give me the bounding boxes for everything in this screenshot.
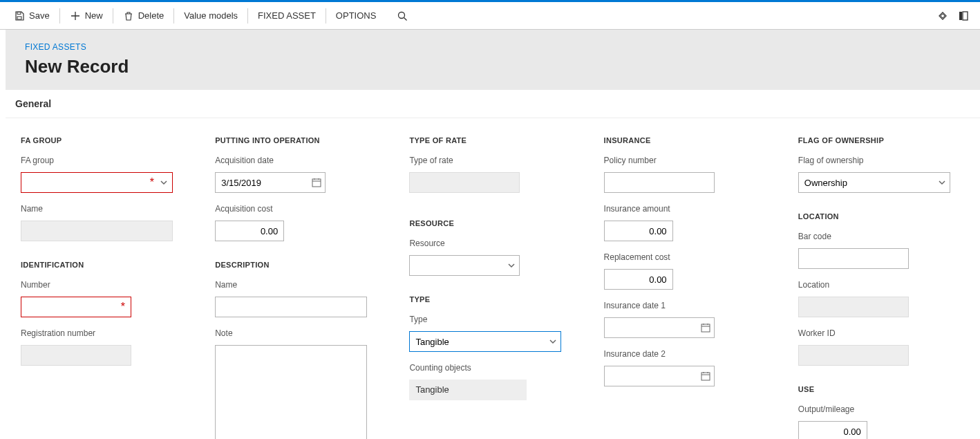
registration-number-field xyxy=(21,345,131,366)
label-counting-objects: Counting objects xyxy=(409,363,576,373)
section-location: LOCATION xyxy=(798,212,965,221)
label-flag-of-ownership: Flag of ownership xyxy=(798,156,965,165)
fa-name-field xyxy=(21,221,173,241)
label-fa-group: FA group xyxy=(21,156,187,165)
new-button[interactable]: New xyxy=(63,2,110,29)
note-textarea[interactable] xyxy=(215,345,367,439)
label-output-mileage: Output/mileage xyxy=(798,404,965,414)
insurance-date-2-field[interactable] xyxy=(604,366,715,386)
page-title: New Record xyxy=(25,56,961,77)
label-location: Location xyxy=(798,280,965,290)
worker-id-field xyxy=(798,345,909,366)
column-2: PUTTING INTO OPERATION Acquisition date … xyxy=(215,133,381,439)
policy-number-input[interactable] xyxy=(604,172,715,193)
column-3: TYPE OF RATE Type of rate RESOURCE Resou… xyxy=(409,133,576,400)
section-identification: IDENTIFICATION xyxy=(21,261,187,269)
location-field xyxy=(798,297,909,317)
label-type-of-rate: Type of rate xyxy=(409,156,576,165)
action-pane: Save New Delete Value models FIXED ASSET… xyxy=(0,2,980,30)
column-4: INSURANCE Policy number Insurance amount… xyxy=(604,133,771,386)
section-type: TYPE xyxy=(409,295,576,303)
value-models-button[interactable]: Value models xyxy=(177,2,245,29)
resource-input[interactable] xyxy=(409,255,520,276)
insurance-date-1-input[interactable] xyxy=(604,317,715,338)
general-fasttab-header[interactable]: General xyxy=(6,90,980,118)
bar-code-input[interactable] xyxy=(798,248,909,269)
resource-combo[interactable] xyxy=(409,255,520,276)
delete-button[interactable]: Delete xyxy=(116,2,171,29)
search-button[interactable] xyxy=(390,2,415,29)
content-area: FIXED ASSETS New Record General FA GROUP… xyxy=(6,30,980,439)
label-fa-name: Name xyxy=(21,204,187,214)
acquisition-date-input[interactable] xyxy=(215,172,326,193)
label-resource: Resource xyxy=(409,239,576,248)
options-tab[interactable]: OPTIONS xyxy=(329,2,384,29)
label-policy-number: Policy number xyxy=(604,156,771,165)
label-worker-id: Worker ID xyxy=(798,328,965,338)
save-icon xyxy=(14,10,25,21)
type-of-rate-field xyxy=(409,172,520,193)
attach-icon[interactable] xyxy=(937,10,948,21)
office-icon[interactable] xyxy=(958,10,969,21)
save-button[interactable]: Save xyxy=(7,2,57,29)
label-replacement-cost: Replacement cost xyxy=(604,252,771,262)
section-flag-of-ownership: FLAG OF OWNERSHIP xyxy=(798,136,965,144)
svg-rect-3 xyxy=(959,12,962,20)
label-acquisition-cost: Acquisition cost xyxy=(215,204,381,214)
fixed-asset-tab[interactable]: FIXED ASSET xyxy=(251,2,323,29)
label-insurance-date-1: Insurance date 1 xyxy=(604,301,771,310)
search-icon xyxy=(397,10,408,21)
toolbar-separator xyxy=(59,8,60,24)
plus-icon xyxy=(70,10,81,21)
label-registration-number: Registration number xyxy=(21,328,187,338)
toolbar-separator xyxy=(247,8,248,24)
label-insurance-date-2: Insurance date 2 xyxy=(604,349,771,359)
counting-objects-field: Tangible xyxy=(409,380,527,400)
desc-name-input[interactable] xyxy=(215,297,367,317)
section-putting-into-operation: PUTTING INTO OPERATION xyxy=(215,136,381,144)
fa-group-input[interactable] xyxy=(21,173,172,192)
replacement-cost-input[interactable] xyxy=(604,269,673,290)
value-models-label: Value models xyxy=(184,10,238,21)
module-breadcrumb[interactable]: FIXED ASSETS xyxy=(25,42,961,52)
section-description: DESCRIPTION xyxy=(215,261,381,269)
insurance-date-2-input[interactable] xyxy=(604,366,715,386)
number-input[interactable] xyxy=(21,297,131,317)
section-use: USE xyxy=(798,385,965,393)
fixed-asset-label: FIXED ASSET xyxy=(258,10,316,21)
label-acquisition-date: Acquisition date xyxy=(215,156,381,165)
svg-point-2 xyxy=(399,12,405,18)
insurance-amount-input[interactable] xyxy=(604,221,673,241)
delete-label: Delete xyxy=(138,10,164,21)
acquisition-date-field[interactable] xyxy=(215,172,326,193)
column-1: FA GROUP FA group * Name IDENTIFICATION … xyxy=(21,133,187,366)
trash-icon xyxy=(123,10,134,21)
toolbar-separator xyxy=(326,8,326,24)
svg-rect-4 xyxy=(963,12,968,20)
fa-group-combo[interactable]: * xyxy=(21,172,173,193)
insurance-date-1-field[interactable] xyxy=(604,317,715,338)
flag-of-ownership-input[interactable] xyxy=(798,172,950,193)
svg-rect-0 xyxy=(17,12,21,14)
section-resource: RESOURCE xyxy=(409,219,576,227)
label-type: Type xyxy=(409,315,576,324)
toolbar-separator xyxy=(173,8,174,24)
save-label: Save xyxy=(29,10,50,21)
new-label: New xyxy=(85,10,103,21)
general-fasttab: General FA GROUP FA group * Name IDENTIF… xyxy=(6,90,980,439)
section-type-of-rate: TYPE OF RATE xyxy=(409,136,576,144)
acquisition-cost-input[interactable] xyxy=(215,221,284,241)
number-field[interactable]: * xyxy=(21,297,131,317)
label-bar-code: Bar code xyxy=(798,232,965,241)
section-fa-group: FA GROUP xyxy=(21,136,187,144)
svg-rect-1 xyxy=(17,17,21,19)
flag-of-ownership-combo[interactable] xyxy=(798,172,950,193)
output-mileage-input[interactable] xyxy=(798,421,867,439)
column-5: FLAG OF OWNERSHIP Flag of ownership LOCA… xyxy=(798,133,965,439)
section-insurance: INSURANCE xyxy=(604,136,771,144)
type-combo[interactable] xyxy=(409,331,561,352)
type-input[interactable] xyxy=(409,331,561,352)
options-label: OPTIONS xyxy=(336,10,377,21)
label-note: Note xyxy=(215,328,381,338)
label-insurance-amount: Insurance amount xyxy=(604,204,771,214)
